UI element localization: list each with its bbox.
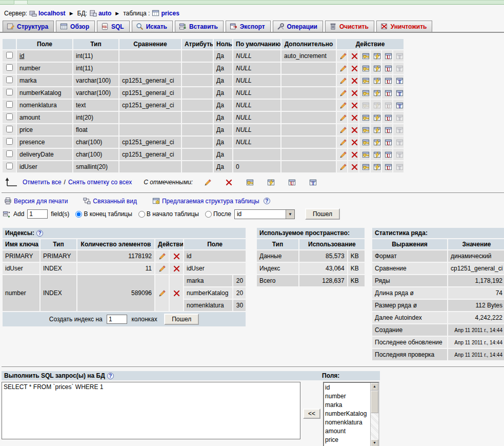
- listbox-scrollbar[interactable]: ▲ ▼: [370, 383, 378, 446]
- create-index-go-button[interactable]: Пошел: [164, 314, 199, 325]
- tab-export[interactable]: Экспорт: [226, 21, 271, 32]
- index-icon[interactable]: [267, 179, 275, 186]
- edit-pencil-icon[interactable]: [339, 102, 347, 109]
- unique-icon[interactable]: U: [385, 163, 392, 171]
- tab-drop[interactable]: Уничтожить: [376, 21, 433, 32]
- position-end-radio[interactable]: [75, 211, 82, 218]
- edit-pencil-icon[interactable]: [158, 253, 166, 260]
- position-begin-radio[interactable]: [138, 211, 145, 218]
- drop-x-icon[interactable]: [351, 77, 358, 85]
- edit-pencil-icon[interactable]: [339, 89, 347, 97]
- insert-field-button[interactable]: <<: [303, 409, 320, 419]
- drop-x-icon[interactable]: [351, 163, 358, 171]
- edit-pencil-icon[interactable]: [339, 139, 347, 146]
- field-option[interactable]: nomenklatura: [325, 418, 370, 427]
- uncheck-all-link[interactable]: Снять отметку со всех: [68, 179, 132, 186]
- position-after-radio[interactable]: [205, 211, 212, 218]
- unique-icon[interactable]: U: [385, 52, 392, 60]
- fulltext-icon[interactable]: T: [396, 102, 404, 109]
- help-icon[interactable]: ?: [36, 230, 43, 237]
- tab-operations[interactable]: Операции: [273, 21, 323, 32]
- drop-x-icon[interactable]: [351, 52, 358, 60]
- edit-pencil-icon[interactable]: [339, 163, 347, 171]
- row-checkbox[interactable]: [6, 150, 13, 157]
- field-option[interactable]: numberKatalog: [325, 410, 370, 418]
- primary-key-icon[interactable]: [362, 163, 370, 171]
- index-icon[interactable]: [373, 89, 381, 97]
- unique-icon[interactable]: U: [385, 139, 392, 146]
- row-checkbox[interactable]: [6, 163, 13, 169]
- edit-pencil-icon[interactable]: [339, 77, 347, 85]
- row-checkbox[interactable]: [6, 64, 13, 71]
- sql-query-textarea[interactable]: SELECT * FROM `prices` WHERE 1: [2, 382, 300, 439]
- after-field-select[interactable]: id ▼: [234, 209, 295, 219]
- field-option[interactable]: marka: [325, 401, 370, 410]
- drop-x-icon[interactable]: [351, 126, 358, 134]
- scrollbar-track[interactable]: [371, 413, 378, 439]
- drop-x-icon[interactable]: [351, 65, 358, 72]
- row-checkbox[interactable]: [6, 76, 13, 83]
- index-icon[interactable]: [373, 151, 381, 159]
- row-checkbox[interactable]: [6, 89, 13, 95]
- tab-empty[interactable]: Очистить: [325, 21, 374, 32]
- propose-structure-link[interactable]: Предлагаемая структура таблицы ?: [152, 197, 270, 205]
- index-icon[interactable]: [373, 126, 381, 134]
- primary-key-icon[interactable]: [362, 89, 370, 97]
- position-end-option[interactable]: В конец таблицы: [75, 210, 132, 218]
- drop-x-icon[interactable]: [351, 89, 358, 97]
- field-option[interactable]: price: [325, 436, 370, 444]
- position-begin-option[interactable]: В начало таблицы: [138, 210, 199, 218]
- add-field-count-input[interactable]: [27, 209, 48, 219]
- edit-pencil-icon[interactable]: [339, 65, 347, 72]
- check-all-link[interactable]: Отметить все: [23, 179, 62, 186]
- edit-pencil-icon[interactable]: [158, 265, 166, 273]
- unique-icon[interactable]: U: [385, 114, 392, 122]
- index-icon[interactable]: [373, 163, 381, 171]
- primary-key-icon[interactable]: [362, 77, 370, 85]
- server-link[interactable]: localhost: [29, 9, 66, 17]
- scrollbar-thumb[interactable]: [371, 391, 378, 413]
- print-view-link[interactable]: Версия для печати: [4, 197, 68, 205]
- drop-x-icon[interactable]: [173, 253, 180, 260]
- help-icon[interactable]: ?: [107, 373, 114, 379]
- primary-key-icon[interactable]: [362, 65, 370, 72]
- edit-pencil-icon[interactable]: [204, 179, 212, 186]
- fulltext-icon[interactable]: T: [396, 89, 404, 97]
- relation-view-link[interactable]: Связанный вид: [83, 197, 137, 205]
- drop-x-icon[interactable]: [351, 151, 358, 159]
- edit-pencil-icon[interactable]: [339, 151, 347, 159]
- row-checkbox[interactable]: [6, 138, 13, 145]
- index-icon[interactable]: [373, 65, 381, 72]
- field-option[interactable]: amount: [325, 427, 370, 436]
- primary-key-icon[interactable]: [362, 151, 370, 159]
- primary-key-icon[interactable]: [362, 52, 370, 60]
- scroll-up-icon[interactable]: ▲: [371, 383, 378, 391]
- primary-key-icon[interactable]: [362, 139, 370, 146]
- primary-key-icon[interactable]: [362, 114, 370, 122]
- row-checkbox[interactable]: [6, 101, 13, 108]
- unique-icon[interactable]: U: [385, 77, 392, 85]
- fulltext-icon[interactable]: T: [396, 77, 404, 85]
- index-icon[interactable]: [373, 139, 381, 146]
- edit-pencil-icon[interactable]: [339, 114, 347, 122]
- edit-pencil-icon[interactable]: [339, 52, 347, 60]
- position-after-option[interactable]: После: [205, 210, 231, 218]
- drop-x-icon[interactable]: [173, 289, 180, 297]
- unique-icon[interactable]: U: [385, 65, 392, 72]
- index-icon[interactable]: [373, 114, 381, 122]
- fulltext-icon[interactable]: T: [309, 179, 317, 186]
- drop-x-icon[interactable]: [351, 102, 358, 109]
- unique-icon[interactable]: U: [385, 126, 392, 134]
- table-link[interactable]: prices: [152, 9, 179, 17]
- row-checkbox[interactable]: [6, 113, 13, 120]
- drop-x-icon[interactable]: [173, 265, 180, 273]
- add-field-go-button[interactable]: Пошел: [305, 208, 340, 220]
- fields-listbox[interactable]: idnumbermarkanumberKatalognomenklaturaam…: [323, 382, 379, 446]
- unique-icon[interactable]: U: [288, 179, 296, 186]
- tab-browse[interactable]: Обзор: [56, 21, 95, 32]
- row-checkbox[interactable]: [6, 52, 13, 59]
- field-option[interactable]: id: [325, 383, 370, 392]
- scroll-down-icon[interactable]: ▼: [371, 439, 378, 446]
- row-checkbox[interactable]: [6, 126, 13, 132]
- primary-key-icon[interactable]: [246, 179, 254, 186]
